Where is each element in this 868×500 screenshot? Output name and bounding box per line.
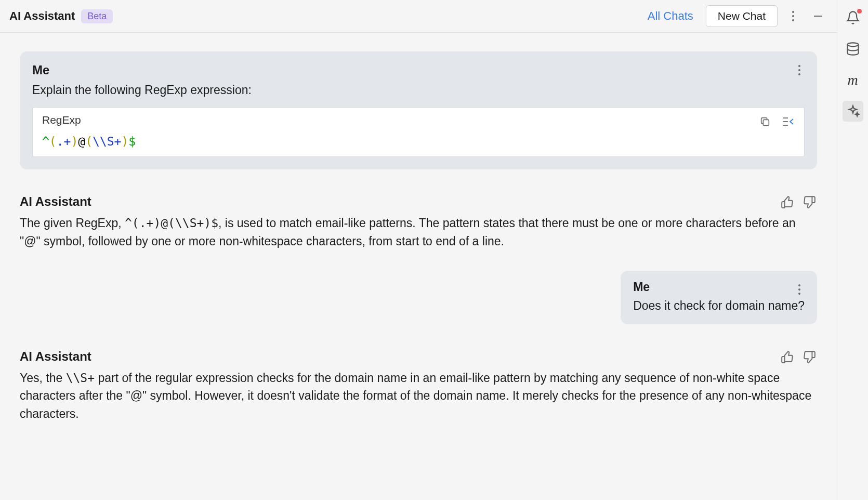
svg-point-0: [792, 11, 794, 13]
more-options-icon[interactable]: [784, 7, 803, 25]
svg-point-14: [847, 43, 858, 46]
assistant-message: AI Assistant Yes, the \\S+ part of the r…: [20, 349, 817, 423]
new-chat-button[interactable]: New Chat: [706, 5, 778, 27]
svg-point-11: [798, 284, 800, 286]
message-author: Me: [32, 63, 805, 77]
message-more-icon[interactable]: [792, 282, 807, 297]
thumbs-down-icon[interactable]: [801, 349, 817, 365]
message-author: Me: [633, 280, 805, 294]
svg-point-6: [798, 73, 800, 75]
copy-icon[interactable]: [758, 115, 772, 128]
code-block: RegExp ^(.+)@(\\S+)$: [32, 107, 805, 157]
assistant-text: The given RegExp, ^(.+)@(\\S+)$, is used…: [20, 214, 817, 250]
ai-assistant-panel: AI Assistant Beta All Chats New Chat Me …: [0, 0, 837, 500]
svg-rect-7: [763, 120, 769, 126]
message-text: Explain the following RegExp expression:: [32, 82, 805, 99]
message-text: Does it check for domain name?: [633, 297, 805, 314]
panel-title: AI Assistant: [9, 9, 75, 23]
user-message: Me Does it check for domain name?: [621, 271, 817, 324]
insert-code-icon[interactable]: [781, 115, 795, 128]
thumbs-down-icon[interactable]: [801, 194, 817, 210]
tool-rail: m: [837, 0, 868, 500]
m-tool-icon[interactable]: m: [843, 70, 863, 90]
all-chats-link[interactable]: All Chats: [641, 6, 700, 26]
database-icon[interactable]: [843, 38, 863, 59]
panel-header: AI Assistant Beta All Chats New Chat: [0, 0, 837, 33]
notification-dot: [857, 9, 862, 14]
beta-badge: Beta: [81, 9, 113, 23]
assistant-author: AI Assistant: [20, 194, 817, 209]
thumbs-up-icon[interactable]: [780, 349, 795, 365]
svg-point-4: [798, 65, 800, 67]
svg-point-12: [798, 288, 800, 291]
minimize-icon[interactable]: [809, 7, 827, 25]
notifications-icon[interactable]: [843, 7, 863, 28]
thumbs-up-icon[interactable]: [780, 194, 795, 210]
assistant-author: AI Assistant: [20, 349, 817, 364]
svg-point-2: [792, 19, 794, 21]
svg-point-13: [798, 293, 800, 295]
code-language-label: RegExp: [33, 108, 804, 127]
message-more-icon[interactable]: [792, 63, 807, 77]
assistant-message: AI Assistant The given RegExp, ^(.+)@(\\…: [20, 194, 817, 250]
assistant-text: Yes, the \\S+ part of the regular expres…: [20, 369, 817, 423]
ai-assistant-icon[interactable]: [843, 101, 863, 122]
code-content: ^(.+)@(\\S+)$: [33, 127, 804, 156]
chat-scroll-area[interactable]: Me Explain the following RegExp expressi…: [0, 33, 837, 500]
svg-point-1: [792, 15, 794, 17]
user-message: Me Explain the following RegExp expressi…: [20, 51, 817, 169]
svg-point-5: [798, 69, 800, 71]
